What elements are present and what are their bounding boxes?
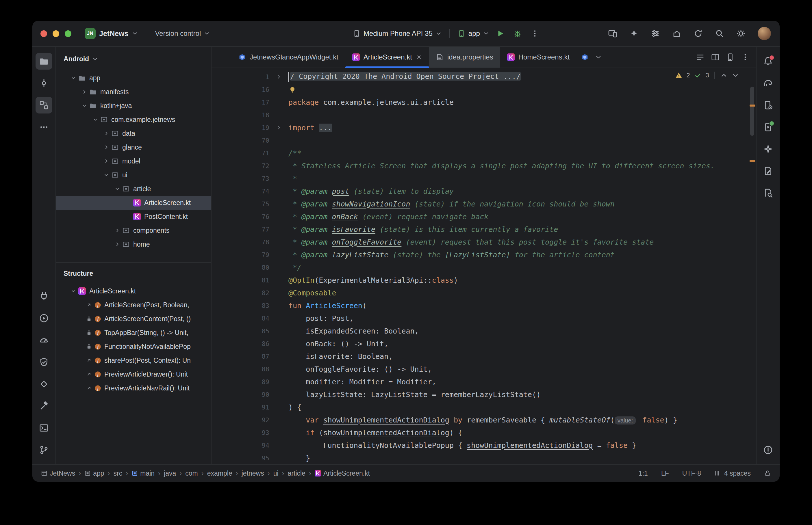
project-menu[interactable]: JN JetNews: [85, 28, 138, 39]
chevron-down-icon[interactable]: [732, 72, 739, 79]
notifications-icon[interactable]: [760, 53, 777, 70]
structure-item-articlescreen-post-boolean[interactable]: f ArticleScreen(Post, Boolean,: [56, 298, 211, 312]
structure-item-p-reviewarticledrawer-unit[interactable]: f P​reviewArticleDrawer(): Unit: [56, 367, 211, 381]
code-editor[interactable]: 1/ Copyright 2020 The Android Open Sourc…: [211, 68, 756, 464]
tree-item-app[interactable]: app: [56, 71, 211, 85]
coverage-tool-icon[interactable]: [35, 354, 52, 371]
editor-scrollbar[interactable]: [750, 87, 754, 136]
chevron-right-icon[interactable]: [79, 89, 89, 95]
hidden-tabs-button[interactable]: [595, 47, 602, 68]
tree-item-components[interactable]: components: [56, 224, 211, 237]
chevron-right-icon[interactable]: [113, 228, 122, 233]
chevron-down-icon[interactable]: [69, 75, 78, 81]
tab-articlescreen-kt[interactable]: ArticleScreen.kt: [345, 47, 429, 68]
close-window-button[interactable]: [41, 30, 47, 37]
tab-jetnewsglanceappwidget-kt[interactable]: JetnewsGlanceAppWidget.kt: [232, 47, 345, 68]
running-devices-icon[interactable]: [760, 119, 777, 135]
split-editor-icon[interactable]: [711, 53, 720, 61]
structure-item-sharepost-post-context-un[interactable]: f sharePost(Post, Context): Un: [56, 354, 211, 367]
device-preview-icon[interactable]: [726, 53, 735, 61]
editor-list-icon[interactable]: [696, 53, 705, 61]
device-manager-icon[interactable]: [760, 97, 777, 114]
editor-options-icon[interactable]: [741, 53, 750, 61]
breadcrumb-item-example[interactable]: example: [207, 469, 232, 477]
version-control-menu[interactable]: Version control: [155, 29, 210, 38]
assistant-icon[interactable]: [760, 163, 777, 179]
breadcrumb-item-src[interactable]: src: [114, 469, 122, 477]
chevron-right-icon[interactable]: [101, 158, 111, 164]
sync-icon[interactable]: [694, 29, 703, 38]
gradle-icon[interactable]: [760, 75, 777, 92]
plugins-icon[interactable]: [672, 29, 681, 38]
tree-item-manifests[interactable]: manifests: [56, 85, 211, 99]
tree-item-com-example-jetnews[interactable]: com.example.jetnews: [56, 112, 211, 126]
settings-sliders-icon[interactable]: [651, 29, 660, 38]
structure-item-previewarticlenavrail-unit[interactable]: f PreviewArticleNavRail(): Unit: [56, 381, 211, 395]
breadcrumb-item-article[interactable]: article: [288, 469, 306, 477]
minimize-window-button[interactable]: [53, 30, 59, 37]
breadcrumb-item-jetnews[interactable]: JetNews: [41, 469, 75, 477]
structure-item-articlescreencontent-post[interactable]: f ArticleScreenContent(Post, (): [56, 312, 211, 326]
fold-arrow-icon[interactable]: [269, 74, 289, 80]
chevron-down-icon[interactable]: [69, 288, 78, 294]
breadcrumb-item-app[interactable]: app: [84, 469, 104, 477]
structure-item-topappbar-string-unit[interactable]: f TopAppBar(String, () -> Unit,: [56, 326, 211, 340]
warning-stripe-mark[interactable]: [750, 160, 755, 162]
problems-tool-icon[interactable]: [760, 441, 777, 458]
profiler-tool-icon[interactable]: [35, 332, 52, 348]
search-everywhere-icon[interactable]: [715, 29, 724, 38]
chevron-right-icon[interactable]: [101, 145, 111, 150]
project-view-selector[interactable]: Android: [56, 47, 211, 71]
tree-item-postcontent-kt[interactable]: PostContent.kt: [56, 210, 211, 224]
inspection-widget[interactable]: 2 3: [675, 72, 739, 79]
debug-button[interactable]: [511, 27, 524, 40]
structure-root[interactable]: ArticleScreen.kt: [56, 284, 211, 298]
run-tool-icon[interactable]: [35, 310, 52, 327]
more-tool-windows-icon[interactable]: [35, 119, 52, 135]
terminal-tool-icon[interactable]: [35, 420, 52, 436]
chevron-down-icon[interactable]: [79, 103, 89, 109]
tree-item-model[interactable]: model: [56, 154, 211, 168]
tree-item-data[interactable]: data: [56, 126, 211, 140]
commit-tool-icon[interactable]: [35, 75, 52, 92]
chevron-right-icon[interactable]: [101, 131, 111, 136]
device-explorer-icon[interactable]: [35, 288, 52, 305]
more-run-options-button[interactable]: [529, 27, 541, 40]
breadcrumb-item-articlescreen-kt[interactable]: ArticleScreen.kt: [315, 469, 370, 477]
ai-assistant-icon[interactable]: [629, 29, 639, 38]
tab-overflow[interactable]: [576, 47, 593, 68]
version-control-tool-icon[interactable]: [35, 441, 52, 458]
tree-item-home[interactable]: home: [56, 237, 211, 251]
tree-item-article[interactable]: article: [56, 182, 211, 196]
tree-item-kotlin-java[interactable]: kotlin+java: [56, 99, 211, 112]
breadcrumb-item-main[interactable]: main: [132, 469, 154, 477]
project-tool-icon[interactable]: [35, 53, 52, 70]
chevron-down-icon[interactable]: [113, 186, 122, 192]
breadcrumb-item-java[interactable]: java: [164, 469, 176, 477]
chevron-down-icon[interactable]: [101, 172, 111, 178]
zoom-window-button[interactable]: [65, 30, 71, 37]
chevron-down-icon[interactable]: [90, 117, 100, 122]
run-button[interactable]: [494, 27, 506, 40]
line-separator[interactable]: LF: [661, 469, 669, 477]
breadcrumb-item-ui[interactable]: ui: [274, 469, 279, 477]
build-tool-icon[interactable]: [35, 397, 52, 415]
readonly-lock-widget[interactable]: [764, 470, 771, 477]
file-encoding[interactable]: UTF-8: [682, 469, 701, 477]
ide-settings-icon[interactable]: [736, 29, 745, 38]
tab-homescreens-kt[interactable]: HomeScreens.kt: [500, 47, 576, 68]
run-configuration-selector[interactable]: app: [457, 29, 489, 38]
breadcrumb-item-com[interactable]: com: [185, 469, 198, 477]
structure-tool-icon[interactable]: [35, 97, 52, 114]
fold-arrow-icon[interactable]: [269, 125, 289, 131]
tree-item-articlescreen-kt[interactable]: ArticleScreen.kt: [56, 196, 211, 210]
app-insights-tool-icon[interactable]: [35, 376, 52, 392]
caret-position[interactable]: 1:1: [639, 469, 648, 477]
structure-item-functionalitynotavailablepop[interactable]: f FunctionalityNotAvailablePop: [56, 340, 211, 354]
chevron-right-icon[interactable]: [113, 241, 122, 247]
close-tab-icon[interactable]: [416, 54, 422, 60]
gemini-icon[interactable]: [760, 141, 777, 158]
breadcrumb-item-jetnews[interactable]: jetnews: [241, 469, 264, 477]
tree-item-glance[interactable]: glance: [56, 140, 211, 154]
find-tool-icon[interactable]: [760, 184, 777, 201]
